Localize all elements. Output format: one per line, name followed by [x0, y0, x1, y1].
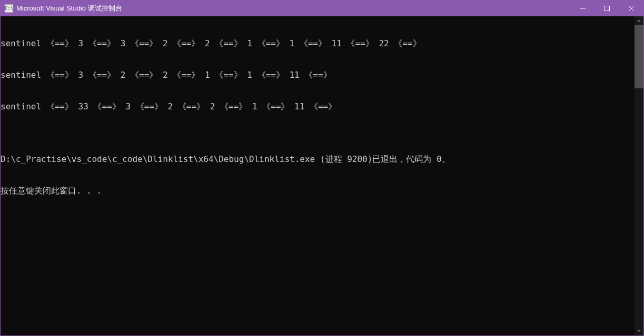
- app-icon-text: C:\: [5, 6, 13, 11]
- console-output[interactable]: sentinel 《==》 3 《==》 3 《==》 2 《==》 2 《==…: [1, 16, 635, 335]
- console-window: C:\ Microsoft Visual Studio 调试控制台: [0, 0, 644, 336]
- window-controls: [571, 1, 643, 16]
- minimize-icon: [580, 6, 586, 11]
- scroll-thumb[interactable]: [635, 25, 643, 88]
- maximize-button[interactable]: [595, 1, 619, 16]
- scroll-up-button[interactable]: [635, 16, 643, 25]
- close-icon: [629, 6, 634, 11]
- app-icon: C:\: [5, 4, 13, 13]
- maximize-icon: [605, 6, 610, 11]
- console-line: sentinel 《==》 3 《==》 2 《==》 2 《==》 1 《==…: [1, 70, 635, 80]
- scroll-down-button[interactable]: [635, 327, 643, 335]
- console-line: sentinel 《==》 33 《==》 3 《==》 2 《==》 2 《=…: [1, 101, 635, 112]
- console-line: 按任意键关闭此窗口. . .: [1, 186, 635, 196]
- titlebar[interactable]: C:\ Microsoft Visual Studio 调试控制台: [1, 1, 643, 16]
- chevron-up-icon: [637, 19, 641, 23]
- close-button[interactable]: [619, 1, 643, 16]
- console-line: D:\c_Practise\vs_code\c_code\Dlinklist\x…: [1, 154, 635, 165]
- chevron-down-icon: [637, 329, 641, 333]
- console-line: sentinel 《==》 3 《==》 3 《==》 2 《==》 2 《==…: [1, 38, 635, 49]
- window-title: Microsoft Visual Studio 调试控制台: [16, 4, 122, 13]
- svg-rect-1: [605, 6, 610, 11]
- vertical-scrollbar[interactable]: [635, 16, 643, 335]
- console-area: sentinel 《==》 3 《==》 3 《==》 2 《==》 2 《==…: [1, 16, 643, 335]
- scroll-track[interactable]: [635, 25, 643, 327]
- minimize-button[interactable]: [571, 1, 595, 16]
